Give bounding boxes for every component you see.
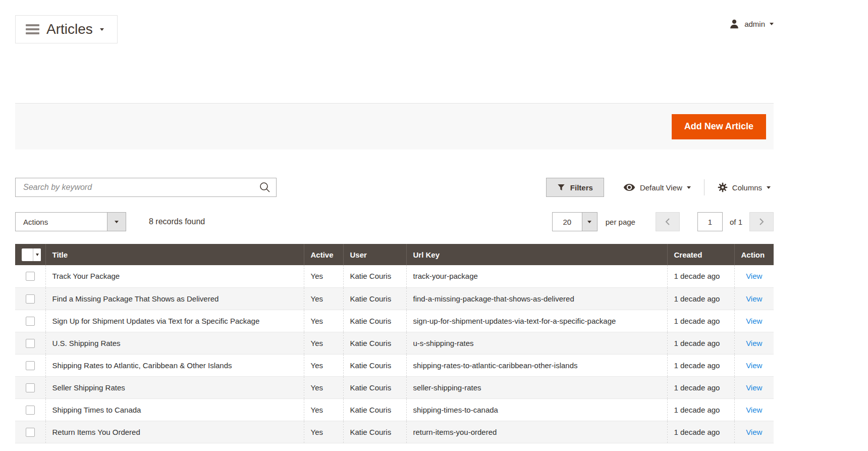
user-menu[interactable]: admin [729, 18, 774, 29]
row-checkbox[interactable] [26, 361, 35, 370]
view-link[interactable]: View [746, 339, 762, 347]
eye-icon [623, 183, 635, 192]
cell-created: 1 decade ago [667, 265, 734, 287]
page-actions-band: Add New Article [15, 103, 774, 149]
cell-created: 1 decade ago [667, 310, 734, 332]
actions-select[interactable]: Actions [15, 212, 126, 231]
cell-title: Track Your Package [45, 265, 304, 287]
column-header-active[interactable]: Active [304, 244, 343, 265]
chevron-down-icon [100, 28, 104, 31]
row-checkbox[interactable] [26, 383, 35, 392]
cell-created: 1 decade ago [667, 332, 734, 354]
menu-icon [26, 24, 39, 34]
table-row: Track Your PackageYesKatie Couristrack-y… [15, 265, 774, 287]
cell-title: Shipping Rates to Atlantic, Caribbean & … [45, 354, 304, 376]
add-new-article-button[interactable]: Add New Article [672, 114, 766, 139]
cell-url_key: shipping-times-to-canada [406, 398, 667, 421]
row-checkbox[interactable] [26, 339, 35, 348]
row-checkbox[interactable] [26, 406, 35, 415]
view-link[interactable]: View [746, 317, 762, 325]
records-found-label: 8 records found [149, 217, 205, 226]
select-all-dropdown[interactable] [22, 248, 41, 261]
cell-user: Katie Couris [343, 265, 406, 287]
page-title: Articles [46, 22, 93, 36]
columns-label: Columns [732, 183, 762, 192]
column-header-title[interactable]: Title [45, 244, 304, 265]
cell-url_key: track-your-package [406, 265, 667, 287]
view-link[interactable]: View [746, 361, 762, 370]
view-link[interactable]: View [746, 272, 762, 280]
select-all-checkbox[interactable] [22, 248, 33, 261]
cell-active: Yes [304, 265, 343, 287]
view-link[interactable]: View [746, 428, 762, 436]
cell-url_key: find-a-missing-package-that-shows-as-del… [406, 287, 667, 310]
cell-user: Katie Couris [343, 310, 406, 332]
view-link[interactable]: View [746, 406, 762, 414]
table-row: Shipping Rates to Atlantic, Caribbean & … [15, 354, 774, 376]
topbar: Articles admin [15, 0, 774, 51]
cell-title: U.S. Shipping Rates [45, 332, 304, 354]
cell-created: 1 decade ago [667, 376, 734, 398]
previous-page-button[interactable] [656, 212, 680, 231]
table-row: Shipping Times to CanadaYesKatie Couriss… [15, 398, 774, 421]
row-checkbox[interactable] [26, 428, 35, 437]
per-page-value: 20 [553, 213, 582, 231]
cell-url_key: return-items-you-ordered [406, 421, 667, 443]
cell-title: Seller Shipping Rates [45, 376, 304, 398]
cell-user: Katie Couris [343, 421, 406, 443]
current-page-input[interactable] [697, 212, 723, 231]
cell-action: View [734, 332, 774, 354]
divider [704, 179, 704, 195]
cell-active: Yes [304, 376, 343, 398]
default-view-label: Default View [640, 183, 682, 192]
filters-label: Filters [570, 183, 593, 192]
cell-action: View [734, 398, 774, 421]
per-page-label: per page [606, 218, 635, 226]
row-checkbox[interactable] [26, 294, 35, 304]
actions-select-value: Actions [16, 213, 107, 231]
search-input[interactable] [16, 178, 276, 196]
column-header-created[interactable]: Created [667, 244, 734, 265]
row-select-cell [15, 354, 45, 376]
view-link[interactable]: View [746, 294, 762, 303]
filter-icon [557, 183, 565, 191]
search-button[interactable] [255, 179, 275, 195]
table-row: Sign Up for Shipment Updates via Text fo… [15, 310, 774, 332]
actions-select-caret [107, 213, 126, 231]
view-controls: Filters Default View [546, 178, 774, 197]
row-checkbox[interactable] [26, 272, 35, 281]
grid-controls-row: Actions 8 records found 20 per page of 1 [15, 212, 774, 231]
cell-active: Yes [304, 354, 343, 376]
row-select-cell [15, 398, 45, 421]
cell-active: Yes [304, 310, 343, 332]
chevron-left-icon [664, 218, 671, 226]
cell-url_key: shipping-rates-to-atlantic-caribbean-oth… [406, 354, 667, 376]
row-select-cell [15, 421, 45, 443]
next-page-button[interactable] [749, 212, 774, 231]
column-header-action[interactable]: Action [734, 244, 774, 265]
columns-button[interactable]: Columns [715, 182, 774, 193]
view-link[interactable]: View [746, 383, 762, 392]
cell-title: Sign Up for Shipment Updates via Text fo… [45, 310, 304, 332]
per-page-select-caret [582, 213, 597, 231]
articles-grid: TitleActiveUserUrl KeyCreatedAction Trac… [15, 244, 774, 443]
table-row: Return Items You OrderedYesKatie Courisr… [15, 421, 774, 443]
cell-user: Katie Couris [343, 287, 406, 310]
cell-created: 1 decade ago [667, 398, 734, 421]
per-page-select[interactable]: 20 [552, 212, 598, 231]
user-name: admin [744, 20, 765, 28]
column-header-url_key[interactable]: Url Key [406, 244, 667, 265]
cell-action: View [734, 354, 774, 376]
select-all-caret[interactable] [33, 248, 41, 261]
row-checkbox[interactable] [26, 317, 35, 326]
row-select-cell [15, 332, 45, 354]
page-title-menu[interactable]: Articles [15, 15, 118, 43]
cell-title: Shipping Times to Canada [45, 398, 304, 421]
table-row: Find a Missing Package That Shows as Del… [15, 287, 774, 310]
cell-url_key: u-s-shipping-rates [406, 332, 667, 354]
cell-action: View [734, 287, 774, 310]
column-header-user[interactable]: User [343, 244, 406, 265]
row-select-cell [15, 287, 45, 310]
default-view-button[interactable]: Default View [620, 182, 694, 192]
filters-button[interactable]: Filters [546, 178, 604, 197]
